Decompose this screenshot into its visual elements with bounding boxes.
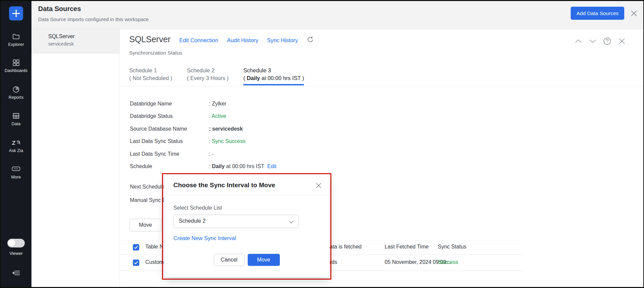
list-item-sqlserver[interactable]: SQLServer servicedesk [31,29,119,54]
tab-schedule-1[interactable]: Schedule 1 ( Not Scheduled ) [129,67,172,85]
row-checkbox[interactable] [133,260,139,266]
page-title: Data Sources [38,5,81,13]
sync-history-link[interactable]: Sync History [267,37,298,44]
cancel-button[interactable]: Cancel [214,254,245,266]
detail-row: Databridge Name Zylker [130,97,276,110]
sidebar-item-ask-zia[interactable]: Ask Zia [1,139,31,153]
refresh-icon[interactable] [307,36,314,45]
sidebar-item-label: More [1,175,31,179]
sidebar: Explorer Dashboards Reports Data Ask Zia [1,1,31,287]
create-new-button[interactable] [9,6,23,20]
grid-icon [1,59,31,67]
manual-sync-label: Manual Sync D [130,197,166,203]
sidebar-item-explorer[interactable]: Explorer [1,32,31,47]
table-icon [1,112,31,120]
create-new-sync-interval-link[interactable]: Create New Sync Interval [173,235,236,241]
viewer-toggle[interactable] [7,239,25,247]
ellipsis-icon [1,165,31,173]
audit-history-link[interactable]: Audit History [227,37,258,44]
sidebar-item-label: Reports [1,95,31,100]
schedule-value: Daily at 00:00 hrs ISTEdit [209,163,276,169]
schedule-tabs: Schedule 1 ( Not Scheduled ) Schedule 2 … [129,67,304,85]
source-database-value: servicedesk [209,126,243,132]
select-schedule-label: Select Schedule List [173,205,222,211]
last-sync-time-value: - [209,151,214,157]
tab-schedule-2[interactable]: Schedule 2 ( Every 3 Hours ) [187,67,229,85]
sidebar-item-reports[interactable]: Reports [1,85,31,100]
col-table-name: Table N [145,244,163,250]
collapse-sidebar-icon[interactable] [11,269,21,278]
detail-row: Databridge Status Active [130,110,276,123]
panel-close-icon[interactable] [617,37,627,46]
chevron-down-icon [289,219,294,225]
app-window: Explorer Dashboards Reports Data Ask Zia [0,0,644,288]
synchronization-status-label: Synchronization Status [129,50,182,56]
source-name: SQLServer [48,33,119,40]
zia-icon [1,139,31,147]
row-sync-status: Success [438,259,458,265]
dialog-close-icon[interactable] [315,182,323,191]
row-table-name: Custom [145,259,164,265]
select-all-checkbox[interactable] [133,244,139,250]
close-icon[interactable] [630,9,638,19]
databridge-status-value: Active [209,113,226,119]
page-header: Data Sources Data Source imports configu… [31,1,643,29]
detail-row: Last Data Sync Status Sync Success [130,135,276,148]
sync-interval-dialog: Choose the Sync Interval to Move Select … [164,176,329,277]
schedule-select[interactable]: Schedule 2 [173,215,299,228]
dialog-move-button[interactable]: Move [248,254,280,266]
col-sync-status: Sync Status [438,244,466,250]
move-tables-button[interactable]: Move [130,219,161,231]
detail-row: Schedule Daily at 00:00 hrs ISTEdit [130,160,276,173]
sidebar-item-label: Ask Zia [1,148,31,153]
databridge-name-value: Zylker [209,101,226,107]
sidebar-item-label: Explorer [1,42,31,47]
dialog-header: Choose the Sync Interval to Move [164,176,329,195]
chevron-up-icon[interactable] [574,39,583,44]
sidebar-item-label: Dashboards [1,68,31,73]
tab-schedule-3[interactable]: Schedule 3 ( Daily at 00:00 hrs IST ) [243,67,304,85]
annotation-highlight-box: Choose the Sync Interval to Move Select … [162,173,331,280]
edit-schedule-link[interactable]: Edit [267,163,276,169]
next-schedule-label: Next Schedule [130,184,165,190]
col-last-fetched-time: Last Fetched Time [385,244,429,250]
pie-chart-icon [1,85,31,93]
col-how-data-fetched: ata is fetched [330,244,361,250]
last-sync-status-value: Sync Success [209,138,245,144]
help-icon[interactable] [603,37,612,46]
sidebar-item-data[interactable]: Data [1,112,31,126]
page-subtitle: Data Source imports configured in this w… [38,16,149,22]
source-database: servicedesk [48,41,119,47]
detail-row: Source Database Name servicedesk [130,123,276,135]
edit-connection-link[interactable]: Edit Connection [179,37,219,44]
sidebar-item-label: Data [1,122,31,126]
sidebar-item-dashboards[interactable]: Dashboards [1,59,31,73]
folder-icon [1,32,31,41]
toggle-knob [8,239,15,247]
schedule-select-value: Schedule 2 [179,218,206,224]
add-data-sources-button[interactable]: Add Data Sources [571,7,624,20]
sidebar-item-more[interactable]: More [1,165,31,179]
source-title: SQLServer [129,34,171,44]
dialog-title: Choose the Sync Interval to Move [173,182,275,189]
dialog-footer: Cancel Move [164,254,329,266]
chevron-down-icon[interactable] [588,39,597,44]
viewer-toggle-label: Viewer [1,251,31,256]
sync-details: Databridge Name Zylker Databridge Status… [130,97,276,173]
data-source-list: SQLServer servicedesk [31,29,120,287]
tabs-divider [120,86,643,86]
detail-row: Last Data Sync Time - [130,148,276,160]
